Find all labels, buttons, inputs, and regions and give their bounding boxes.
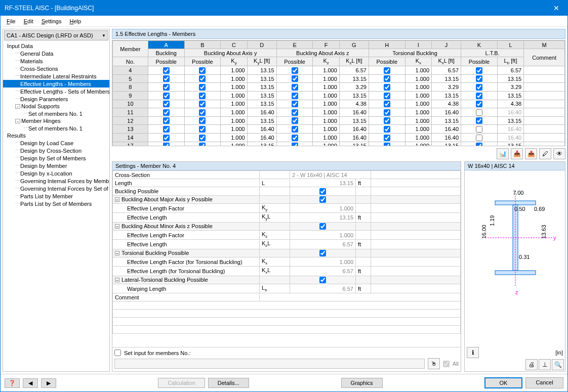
tree-mh[interactable]: −Member Hinges [3,117,109,124]
window-title: RF-STEEL AISC - [BuildingAISC] [5,5,94,12]
row-header[interactable]: 13 [113,125,148,134]
cross-section-preview: y z 7.00 0.50 16.00 13.63 0.31 1.19 0.69 [465,170,565,347]
row-header[interactable]: 4 [113,66,148,75]
prev-button[interactable]: ◀ [23,378,38,388]
table-row[interactable]: 8 1.00013.15 1.0003.29 1.0003.29 3.29 [113,83,565,92]
menu-help[interactable]: Help [65,17,85,25]
settings-title: Settings - Member No. 4 [112,162,461,170]
table-row[interactable]: 11 1.00016.40 1.00016.40 1.00016.40 16.4… [113,108,565,117]
right-panel: 1.5 Effective Lengths - Members Member A… [112,29,565,372]
svg-text:0.50: 0.50 [514,206,525,212]
tree-cs[interactable]: ⋯Cross-Sections [3,65,109,72]
set-input-row: Set input for members No.: 🖱 All [112,347,461,371]
svg-text:7.00: 7.00 [513,190,523,196]
nav-tree: Input Data ⋯General Data ⋯Materials ⋯Cro… [3,41,109,371]
tree-materials[interactable]: ⋯Materials [3,57,109,65]
tree-results[interactable]: Results [3,132,109,139]
tree-r5[interactable]: ⋯Design by x-Location [3,169,109,177]
buckling-possible-checkbox[interactable] [319,188,326,195]
tree-input-data[interactable]: Input Data [3,42,109,50]
menubar: File Edit Settings Help [1,16,567,27]
table-row[interactable]: 4 1.00013.15 1.0006.57 1.0006.57 6.57 [113,66,565,75]
pick-members-icon[interactable]: 🖱 [428,358,440,369]
table-row[interactable]: 17 1.00013.15 1.00013.15 1.00013.15 13.1… [113,142,565,146]
help-button[interactable]: ❓ [5,378,20,388]
select-icon[interactable]: 🖊 [539,148,551,159]
menu-edit[interactable]: Edit [20,17,37,25]
case-combo[interactable]: CA1 - AISC Design (LRFD or ASD) ▼ [4,30,108,40]
zoom-icon[interactable]: 🔍 [552,359,564,370]
tree-r2[interactable]: ⋯Design by Cross-Section [3,147,109,154]
table-row[interactable]: 10 1.00013.15 1.0004.38 1.0004.38 4.38 [113,100,565,108]
section-title: 1.5 Effective Lengths - Members [112,29,565,39]
main-grid[interactable]: Member A B C D E F G H I J K L M [112,40,565,146]
tree-elsm[interactable]: ⋯Effective Lengths - Sets of Members [3,88,109,95]
ok-button[interactable]: OK [484,377,522,388]
row-header[interactable]: 10 [113,100,148,108]
col-member: Member [113,41,148,57]
tree-ns-sub[interactable]: ⋯Set of members No. 1 [3,110,109,117]
axes-icon[interactable]: ⊥ [539,359,551,370]
cancel-button[interactable]: Cancel [525,377,563,388]
tree-ilr[interactable]: ⋯Intermediate Lateral Restraints [3,72,109,80]
close-button[interactable]: ✕ [545,1,567,16]
svg-text:y: y [553,235,556,241]
tree-r9[interactable]: ⋯Parts List by Set of Members [3,200,109,207]
table-row[interactable]: 14 1.00016.40 1.00016.40 1.00016.40 16.4… [113,133,565,142]
tree-mh-sub[interactable]: ⋯Set of members No. 1 [3,124,109,132]
tree-r4[interactable]: ⋯Design by Member [3,162,109,169]
grid-toolbar: 📊 📥 📤 🖊 👁 [112,146,565,161]
view-icon[interactable]: 👁 [553,148,565,159]
tree-r7[interactable]: ⋯Governing Internal Forces by Set of Mem… [3,185,109,192]
svg-text:16.00: 16.00 [481,225,487,239]
info-icon[interactable]: ℹ [467,347,479,358]
tree-dp[interactable]: ⋯Design Parameters [3,95,109,103]
table-row[interactable]: 13 1.00016.40 1.00016.40 1.00016.40 16.4… [113,125,565,134]
tree-r6[interactable]: ⋯Governing Internal Forces by Member [3,177,109,185]
row-header[interactable]: 17 [113,142,148,146]
row-header[interactable]: 9 [113,91,148,100]
tree-r1[interactable]: ⋯Design by Load Case [3,139,109,147]
row-header[interactable]: 12 [113,116,148,125]
details-button[interactable]: Details... [208,378,249,388]
settings-panel: Settings - Member No. 4 Cross-Section2 -… [112,161,461,372]
tree-elm[interactable]: ⋯Effective Lengths - Members [3,80,109,88]
tree-ns[interactable]: −Nodal Supports [3,103,109,110]
row-header[interactable]: 14 [113,133,148,142]
excel-export-icon[interactable]: 📊 [497,148,509,159]
print-icon[interactable]: 🖨 [525,359,538,370]
titlebar: RF-STEEL AISC - [BuildingAISC] ✕ [1,1,567,16]
excel-sync-icon[interactable]: 📤 [525,148,537,159]
all-checkbox[interactable] [443,361,450,367]
chevron-down-icon: ▼ [102,33,106,38]
calculation-button[interactable]: Calculation [158,378,205,388]
table-row[interactable]: 12 1.00013.15 1.00013.15 1.00013.15 13.1… [113,116,565,125]
graphics-button[interactable]: Graphics [341,378,383,388]
row-header[interactable]: 5 [113,74,148,83]
tree-r8[interactable]: ⋯Parts List by Member [3,192,109,200]
menu-settings[interactable]: Settings [37,17,66,25]
tree-r3[interactable]: ⋯Design by Set of Members [3,154,109,162]
svg-text:z: z [515,289,518,295]
preview-title: W 16x40 | AISC 14 [465,162,565,170]
svg-text:13.63: 13.63 [541,225,547,239]
row-header[interactable]: 8 [113,83,148,92]
footer-bar: ❓ ◀ ▶ Calculation Details... Graphics OK… [1,374,567,391]
row-header[interactable]: 11 [113,108,148,117]
excel-import-icon[interactable]: 📥 [511,148,523,159]
left-panel: CA1 - AISC Design (LRFD or ASD) ▼ Input … [3,29,110,372]
preview-panel: W 16x40 | AISC 14 y z [464,161,565,372]
table-row[interactable]: 5 1.00013.15 1.00013.15 1.00013.15 13.15 [113,74,565,83]
svg-text:1.19: 1.19 [489,215,495,226]
svg-text:0.31: 0.31 [519,254,530,260]
set-input-field[interactable] [114,359,425,369]
svg-text:0.69: 0.69 [534,206,545,212]
next-button[interactable]: ▶ [41,378,56,388]
table-row[interactable]: 9 1.00013.15 1.00013.15 1.00013.15 13.15 [113,91,565,100]
menu-file[interactable]: File [3,17,20,25]
set-input-checkbox[interactable] [114,350,121,356]
tree-general[interactable]: ⋯General Data [3,50,109,57]
